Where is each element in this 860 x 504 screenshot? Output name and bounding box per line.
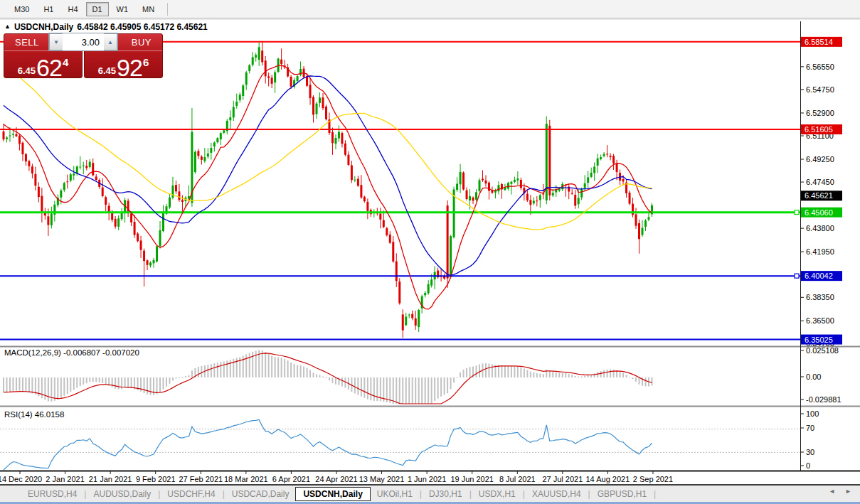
svg-text:6.43800: 6.43800 [806, 224, 834, 232]
timeframe-toolbar: M30H1H4D1W1MN [0, 0, 860, 18]
svg-text:13 May 2021: 13 May 2021 [359, 475, 405, 483]
svg-text:14 Aug 2021: 14 Aug 2021 [586, 475, 630, 483]
buy-button[interactable]: BUY [132, 37, 152, 48]
timeframe-button-d1[interactable]: D1 [86, 2, 109, 16]
timeframe-button-w1[interactable]: W1 [110, 2, 135, 16]
svg-text:6.38350: 6.38350 [806, 293, 834, 301]
timeframe-button-m30[interactable]: M30 [8, 2, 36, 16]
tab-dj30-h1[interactable]: DJ30,H1 [423, 488, 469, 500]
tab-audusd-daily[interactable]: AUDUSD,Daily [87, 488, 157, 500]
volume-input[interactable]: 3.00 [63, 33, 104, 50]
svg-text:2 Sep 2021: 2 Sep 2021 [633, 475, 673, 483]
timeframe-button-h1[interactable]: H1 [37, 2, 60, 16]
tab-scroll-arrows: ◄ ► [829, 488, 851, 495]
svg-text:6 Apr 2021: 6 Apr 2021 [272, 475, 310, 483]
buy-price-sup: 6 [143, 56, 149, 68]
svg-text:100: 100 [806, 409, 819, 418]
tab-usdx-h1[interactable]: USDX,H1 [472, 488, 522, 500]
svg-text:24 Apr 2021: 24 Apr 2021 [315, 475, 357, 483]
buy-price-big: 92 [117, 57, 142, 78]
svg-text:70: 70 [806, 424, 814, 432]
svg-text:18 Mar 2021: 18 Mar 2021 [224, 475, 268, 483]
sell-button[interactable]: SELL [15, 37, 39, 48]
svg-text:30: 30 [806, 448, 814, 456]
svg-text:6.54750: 6.54750 [806, 85, 834, 94]
sell-price-big: 62 [36, 57, 62, 78]
svg-text:0.025108: 0.025108 [806, 346, 839, 355]
tab-xauusd-h4[interactable]: XAUUSD,H4 [526, 488, 588, 500]
tab-ukoil-h1[interactable]: UKOil,H1 [371, 488, 419, 500]
volume-decrease-icon[interactable]: ▼ [49, 33, 63, 50]
svg-text:0.00: 0.00 [806, 372, 821, 381]
svg-text:6.47450: 6.47450 [806, 178, 834, 186]
tab-gbpusd-h1[interactable]: GBPUSD,H1 [591, 488, 653, 500]
tab-separator: | [653, 489, 657, 499]
svg-text:8 Jul 2021: 8 Jul 2021 [499, 475, 536, 483]
svg-text:6.40042: 6.40042 [805, 272, 833, 280]
svg-text:6.45621: 6.45621 [805, 191, 833, 200]
volume-spinner: ▼ 3.00 ▲ [48, 33, 118, 51]
svg-text:6.36500: 6.36500 [806, 316, 834, 325]
svg-text:21 Jan 2021: 21 Jan 2021 [89, 475, 132, 483]
one-click-trade-panel: SELL 6.45 62 4 BUY 6.45 92 6 ▼ 3.00 ▲ [4, 33, 163, 78]
svg-text:27 Jul 2021: 27 Jul 2021 [542, 475, 583, 483]
svg-text:2 Jan 2021: 2 Jan 2021 [46, 475, 84, 483]
tab-usdcnh-daily[interactable]: USDCNH,Daily [295, 487, 370, 501]
sell-price: 6.45 62 4 [4, 51, 82, 80]
collapse-arrow-icon[interactable]: ▲ [4, 23, 11, 30]
svg-text:14 Dec 2020: 14 Dec 2020 [0, 475, 42, 483]
svg-text:6.49250: 6.49250 [806, 155, 834, 163]
macd-indicator-label: MACD(12,26,9) -0.006807 -0.007020 [4, 348, 139, 357]
symbol-title: USDCNH,Daily [14, 22, 73, 32]
svg-text:27 Feb 2021: 27 Feb 2021 [179, 475, 223, 483]
svg-text:6.56550: 6.56550 [806, 63, 834, 71]
svg-text:1 Jun 2021: 1 Jun 2021 [408, 475, 446, 483]
symbol-tabbar: EURUSD,H4|AUDUSD,Daily|USDCHF,H4|USDCAD,… [0, 484, 860, 502]
symbol-header: ▲ USDCNH,Daily 6.45842 6.45905 6.45172 6… [4, 22, 208, 32]
tab-usdchf-h4[interactable]: USDCHF,H4 [161, 488, 221, 500]
tab-eurusd-h4[interactable]: EURUSD,H4 [21, 488, 83, 500]
svg-text:6.41950: 6.41950 [806, 247, 834, 256]
buy-price: 6.45 92 6 [85, 51, 162, 80]
svg-text:9 Feb 2021: 9 Feb 2021 [136, 475, 176, 483]
svg-text:19 Jun 2021: 19 Jun 2021 [450, 475, 494, 483]
svg-text:6.52900: 6.52900 [806, 109, 834, 117]
tab-usdcad-daily[interactable]: USDCAD,Daily [225, 488, 296, 500]
rsi-indicator-label: RSI(14) 46.0158 [4, 410, 64, 419]
svg-text:6.58514: 6.58514 [805, 38, 833, 46]
sell-price-sup: 4 [63, 56, 68, 68]
svg-text:0: 0 [806, 461, 810, 470]
svg-text:6.51605: 6.51605 [805, 125, 833, 134]
svg-text:6.45060: 6.45060 [805, 208, 833, 217]
timeframe-button-h4[interactable]: H4 [61, 2, 84, 16]
volume-increase-icon[interactable]: ▲ [104, 33, 117, 50]
sell-price-base: 6.45 [18, 65, 36, 76]
tab-scroll-right-icon[interactable]: ► [845, 488, 851, 495]
ohlc-quotes: 6.45842 6.45905 6.45172 6.45621 [77, 22, 208, 32]
svg-text:6.35025: 6.35025 [805, 336, 833, 344]
toolbar-separator [167, 3, 168, 16]
tab-scroll-left-icon[interactable]: ◄ [829, 488, 835, 495]
svg-text:-0.029881: -0.029881 [806, 395, 842, 404]
buy-price-base: 6.45 [98, 65, 116, 76]
timeframe-button-mn[interactable]: MN [136, 2, 161, 16]
